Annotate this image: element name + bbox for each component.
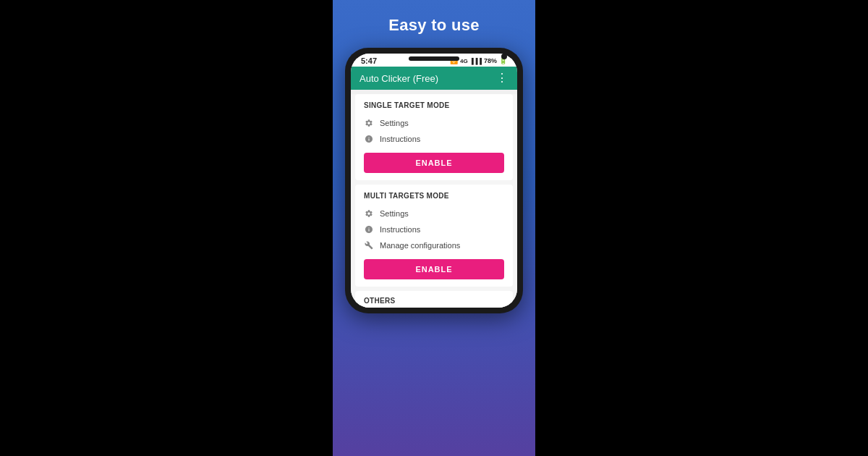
single-target-section: SINGLE TARGET MODE Settings bbox=[355, 94, 513, 180]
gear-icon-multi bbox=[364, 208, 374, 219]
others-title: OTHERS bbox=[364, 297, 504, 305]
multi-enable-button[interactable]: ENABLE bbox=[364, 259, 504, 279]
single-enable-button[interactable]: ENABLE bbox=[364, 153, 504, 173]
single-instructions-item[interactable]: Instructions bbox=[364, 131, 504, 147]
single-settings-item[interactable]: Settings bbox=[364, 115, 504, 131]
more-options-button[interactable]: ⋮ bbox=[496, 72, 509, 84]
multi-targets-title: MULTI TARGETS MODE bbox=[364, 192, 504, 200]
multi-targets-section: MULTI TARGETS MODE Settings bbox=[355, 185, 513, 287]
info-icon bbox=[364, 134, 374, 144]
content-area: SINGLE TARGET MODE Settings bbox=[351, 94, 517, 308]
multi-instructions-item[interactable]: Instructions bbox=[364, 221, 504, 237]
notch bbox=[409, 56, 459, 61]
single-target-title: SINGLE TARGET MODE bbox=[364, 101, 504, 109]
info-icon-multi bbox=[364, 224, 374, 235]
multi-settings-label: Settings bbox=[380, 209, 409, 218]
single-settings-label: Settings bbox=[380, 119, 409, 127]
page-title: Easy to use bbox=[388, 16, 480, 35]
status-time: 5:47 bbox=[361, 56, 377, 65]
phone-frame: 5:47 🛜 4G ▐▐▐ 78% 🔋 Auto Clicker (Free) … bbox=[345, 48, 523, 313]
manage-configurations-item[interactable]: Manage configurations bbox=[364, 237, 504, 253]
phone-screen: 5:47 🛜 4G ▐▐▐ 78% 🔋 Auto Clicker (Free) … bbox=[351, 54, 517, 308]
multi-instructions-label: Instructions bbox=[380, 225, 420, 234]
single-instructions-label: Instructions bbox=[380, 135, 420, 143]
signal-icon: 4G ▐▐▐ bbox=[460, 58, 482, 64]
gear-icon bbox=[364, 118, 374, 128]
center-panel: Easy to use 5:47 🛜 4G ▐▐▐ 78% 🔋 Auto Cli… bbox=[333, 0, 535, 456]
app-bar-title: Auto Clicker (Free) bbox=[359, 73, 438, 84]
camera-icon bbox=[501, 54, 507, 59]
others-section: OTHERS bbox=[355, 291, 513, 308]
left-black-panel bbox=[0, 0, 333, 456]
battery-indicator: 78% bbox=[484, 57, 497, 64]
multi-settings-item[interactable]: Settings bbox=[364, 206, 504, 221]
manage-configurations-label: Manage configurations bbox=[380, 241, 460, 250]
wrench-icon bbox=[364, 240, 374, 250]
right-black-panel bbox=[535, 0, 868, 456]
app-bar: Auto Clicker (Free) ⋮ bbox=[351, 67, 517, 90]
